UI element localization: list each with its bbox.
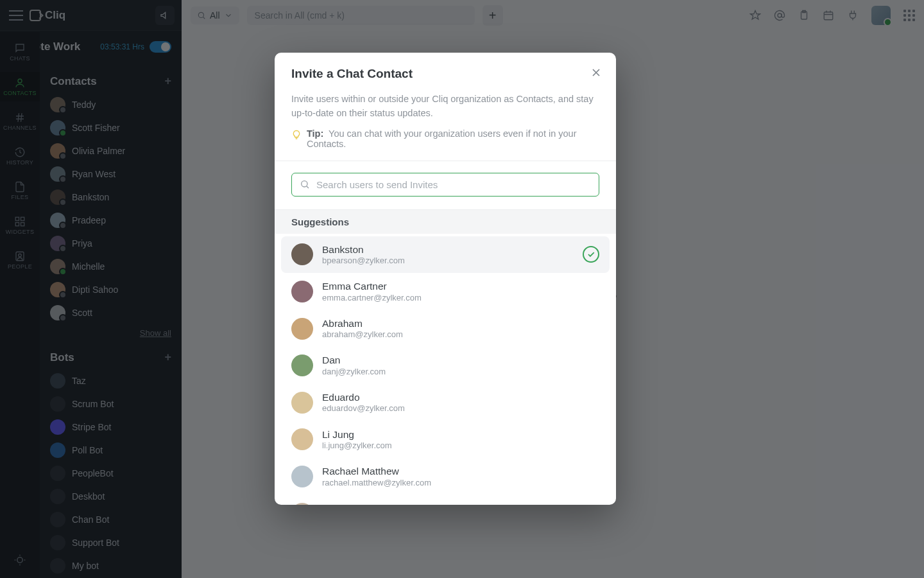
suggestion-email: eduardov@zylker.com — [322, 403, 599, 414]
suggestion-row[interactable]: Rachael Matthew rachael.matthew@zylker.c… — [281, 458, 610, 495]
avatar — [291, 243, 313, 265]
suggestion-name: Dan — [322, 354, 599, 366]
suggestion-name: Emma Cartner — [322, 280, 599, 292]
suggestion-name: Eduardo — [322, 391, 599, 403]
selected-check-icon — [583, 246, 599, 263]
suggestion-row[interactable]: Abraham abraham@zylker.com — [281, 310, 610, 347]
modal-close-button[interactable] — [588, 64, 604, 81]
avatar — [291, 281, 313, 302]
suggestion-name: Raghav Rao — [322, 502, 599, 505]
suggestion-row[interactable]: Raghav Rao raghav.rao@zylker.com — [281, 495, 610, 505]
suggestion-name: Li Jung — [322, 428, 599, 441]
suggestion-name: Abraham — [322, 317, 599, 329]
suggestion-email: li.jung@zylker.com — [322, 441, 599, 451]
suggestion-row[interactable]: Emma Cartner emma.cartner@zylker.com — [281, 273, 610, 310]
invite-contact-modal: Invite a Chat Contact Invite users withi… — [275, 53, 616, 505]
suggestion-row[interactable]: Li Jung li.jung@zylker.com — [281, 421, 610, 459]
close-icon — [590, 66, 603, 79]
suggestions-header: Suggestions — [275, 210, 616, 234]
suggestion-email: rachael.matthew@zylker.com — [322, 478, 599, 488]
avatar — [291, 428, 313, 450]
suggestion-email: emma.cartner@zylker.com — [322, 293, 599, 303]
suggestion-row[interactable]: Eduardo eduardov@zylker.com — [281, 384, 610, 421]
bulb-icon — [291, 130, 302, 140]
svg-point-12 — [302, 181, 307, 187]
avatar — [291, 318, 313, 340]
suggestion-email: bpearson@zylker.com — [322, 256, 574, 266]
suggestion-email: danj@zylker.com — [322, 367, 599, 377]
search-icon — [300, 179, 310, 189]
modal-title: Invite a Chat Contact — [291, 67, 599, 81]
suggestion-email: abraham@zylker.com — [322, 329, 599, 340]
avatar — [291, 392, 313, 414]
avatar — [291, 503, 313, 505]
modal-tip: Tip: You can chat with your organization… — [275, 128, 616, 161]
modal-description: Invite users within or outside your Cliq… — [275, 92, 616, 128]
invite-search-input[interactable] — [316, 179, 591, 190]
invite-search-field[interactable] — [291, 173, 599, 197]
tip-text: You can chat with your organization user… — [307, 128, 576, 149]
suggestion-row[interactable]: Bankston bpearson@zylker.com — [281, 236, 610, 274]
avatar — [291, 466, 313, 487]
suggestion-name: Bankston — [322, 243, 574, 256]
suggestion-row[interactable]: Dan danj@zylker.com — [281, 347, 610, 384]
suggestions-list: Bankston bpearson@zylker.com Emma Cartne… — [275, 234, 616, 505]
avatar — [291, 355, 313, 376]
tip-label: Tip: — [307, 128, 323, 139]
suggestion-name: Rachael Matthew — [322, 465, 599, 477]
